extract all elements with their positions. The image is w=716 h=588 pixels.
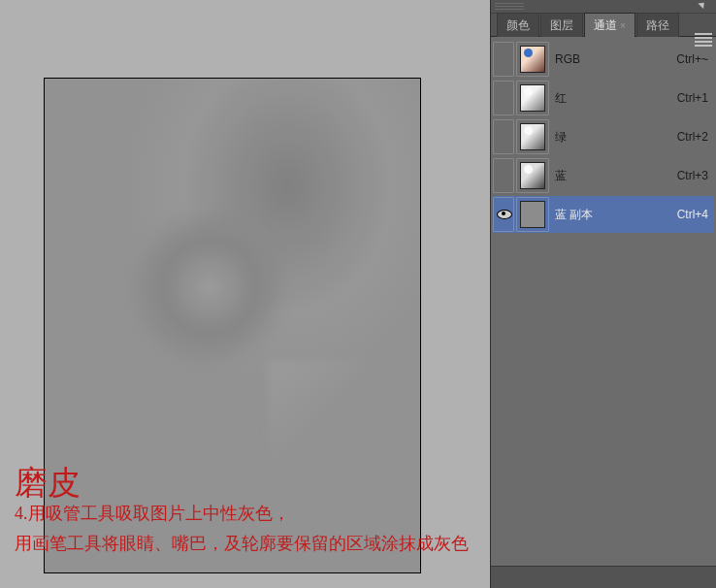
visibility-toggle[interactable] (493, 81, 514, 115)
grip-icon (495, 3, 524, 11)
channel-thumb-wrap (516, 119, 549, 154)
close-icon[interactable]: × (620, 20, 626, 31)
channel-thumb-blue-copy (520, 201, 545, 228)
channel-list: RGB Ctrl+~ 红 Ctrl+1 绿 Ctrl+2 蓝 Ctrl+3 (491, 37, 716, 566)
channel-shortcut: Ctrl+4 (677, 208, 708, 221)
channel-shortcut: Ctrl+~ (676, 52, 708, 66)
channel-shortcut: Ctrl+1 (677, 91, 708, 105)
collapse-icon[interactable] (698, 0, 706, 9)
channel-name: 绿 (555, 129, 677, 146)
channel-thumb-wrap (516, 158, 549, 193)
tab-channels[interactable]: 通道× (584, 13, 635, 37)
channel-shortcut: Ctrl+3 (677, 169, 708, 182)
annotation-step: 4.用吸管工具吸取图片上中性灰色， (15, 501, 290, 526)
channels-panel: 颜色 图层 通道× 路径 RGB Ctrl+~ 红 Ctrl+1 绿 Ctrl+… (490, 0, 716, 588)
annotation-detail: 用画笔工具将眼睛、嘴巴，及轮廓要保留的区域涂抹成灰色 (15, 532, 469, 555)
canvas-image (45, 79, 420, 572)
tab-channels-label: 通道 (594, 18, 617, 32)
tabbar: 颜色 图层 通道× 路径 (491, 14, 716, 37)
channel-row-red[interactable]: 红 Ctrl+1 (493, 80, 714, 116)
canvas[interactable] (44, 78, 421, 573)
tab-color[interactable]: 颜色 (497, 13, 539, 37)
channel-row-green[interactable]: 绿 Ctrl+2 (493, 118, 714, 155)
channel-row-blue-copy[interactable]: 蓝 副本 Ctrl+4 (493, 196, 714, 233)
visibility-toggle[interactable] (493, 158, 514, 193)
tab-paths[interactable]: 路径 (636, 13, 679, 37)
eye-icon (497, 210, 510, 219)
tab-layers[interactable]: 图层 (540, 13, 583, 37)
channel-name: 红 (555, 90, 677, 107)
channel-name: 蓝 (555, 168, 677, 184)
channel-name: 蓝 副本 (555, 207, 677, 223)
visibility-toggle[interactable] (493, 119, 514, 154)
channel-thumb-rgb (520, 46, 545, 73)
visibility-toggle[interactable] (493, 197, 514, 232)
channel-thumb-wrap (516, 42, 549, 77)
channel-thumb-wrap (516, 81, 549, 115)
channel-thumb-blue (520, 162, 545, 189)
channel-thumb-wrap (516, 197, 549, 232)
channel-shortcut: Ctrl+2 (677, 130, 708, 144)
channel-name: RGB (555, 52, 676, 66)
annotation-title: 磨皮 (15, 461, 81, 506)
panel-topbar (491, 0, 716, 14)
visibility-toggle[interactable] (493, 42, 514, 77)
channel-thumb-green (520, 123, 545, 150)
panel-footer (491, 566, 716, 588)
channel-thumb-red (520, 84, 545, 112)
channel-row-blue[interactable]: 蓝 Ctrl+3 (493, 157, 714, 194)
canvas-area: 磨皮 4.用吸管工具吸取图片上中性灰色， 用画笔工具将眼睛、嘴巴，及轮廓要保留的… (0, 0, 490, 588)
panel-menu-icon[interactable] (695, 33, 712, 47)
channel-row-rgb[interactable]: RGB Ctrl+~ (493, 41, 714, 78)
